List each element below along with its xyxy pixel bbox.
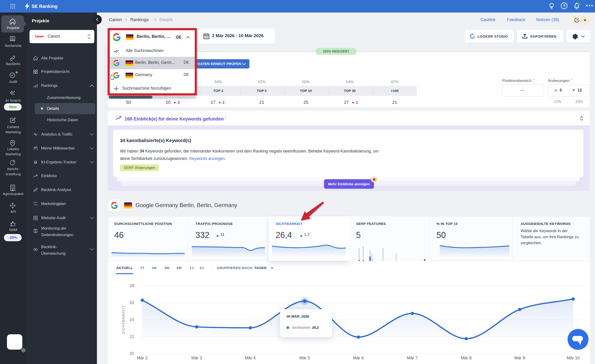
svg-text:?: ?: [563, 4, 565, 8]
